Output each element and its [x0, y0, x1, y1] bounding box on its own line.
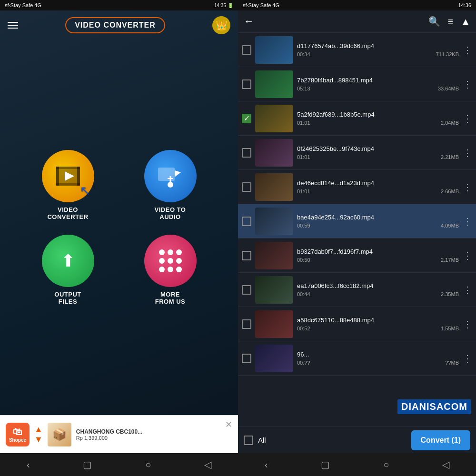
more-from-us-icon-circle	[144, 235, 197, 287]
time-right: 14:36	[458, 2, 471, 8]
file-item-10[interactable]: 96... 00:?? ??MB ⋮	[238, 341, 476, 376]
file-more-3[interactable]: ⋮	[463, 113, 472, 124]
file-item-4[interactable]: 0f24625325be...9f743c.mp4 01:01 2.21MB ⋮	[238, 136, 476, 170]
select-all-checkbox[interactable]	[244, 436, 253, 445]
menu-item-video-to-audio[interactable]: VIDEO TOAUDIO	[126, 150, 214, 220]
file-meta-10: 00:?? ??MB	[297, 360, 459, 366]
file-item-7[interactable]: b9327dab0f7...fd196f7.mp4 00:50 2.17MB ⋮	[238, 238, 476, 273]
file-more-5[interactable]: ⋮	[463, 181, 472, 193]
file-checkbox-1[interactable]	[242, 45, 251, 55]
file-more-6[interactable]: ⋮	[463, 216, 472, 227]
file-size-8: 2.35MB	[441, 291, 459, 297]
file-more-2[interactable]: ⋮	[463, 79, 472, 90]
nav-back2-icon-left[interactable]: ◁	[204, 459, 211, 470]
file-item-5[interactable]: de46ecd814e...d1a23d.mp4 01:01 2.66MB ⋮	[238, 170, 476, 204]
file-more-9[interactable]: ⋮	[463, 318, 472, 330]
file-more-1[interactable]: ⋮	[463, 44, 472, 56]
left-panel: sf·Stay Safe 4G 14:35 🔋 VIDEO CONVERTER …	[0, 0, 238, 476]
file-size-2: 33.64MB	[438, 86, 459, 91]
file-checkbox-10[interactable]	[242, 354, 251, 363]
file-name-10: 96...	[297, 351, 459, 358]
search-icon[interactable]: 🔍	[428, 16, 440, 27]
file-checkbox-4[interactable]	[242, 148, 251, 158]
svg-rect-1	[56, 167, 59, 186]
ad-close-button[interactable]: ✕	[225, 419, 232, 430]
svg-marker-7	[175, 170, 181, 177]
output-files-icon-circle: ⬆	[42, 235, 94, 287]
file-item-1[interactable]: d11776574ab...39dc66.mp4 00:34 711.32KB …	[238, 33, 476, 67]
nav-recents-icon-right[interactable]: ○	[383, 459, 389, 470]
nav-back-icon-right[interactable]: ‹	[265, 459, 268, 470]
file-duration-8: 00:44	[297, 291, 310, 297]
file-item-9[interactable]: a58dc675110...88e488.mp4 00:52 1.55MB ⋮	[238, 307, 476, 341]
convert-button[interactable]: Convert (1)	[411, 430, 470, 450]
file-size-5: 2.66MB	[441, 188, 459, 194]
file-info-5: de46ecd814e...d1a23d.mp4 01:01 2.66MB	[297, 179, 459, 194]
menu-item-more-from-us[interactable]: MOREFROM US	[126, 235, 214, 305]
file-meta-1: 00:34 711.32KB	[297, 51, 459, 57]
nav-home-icon-left[interactable]: ▢	[83, 459, 92, 470]
file-checkbox-5[interactable]	[242, 182, 251, 192]
file-duration-3: 01:01	[297, 120, 310, 126]
file-duration-5: 01:01	[297, 188, 310, 194]
sort-icon[interactable]: ▲	[461, 16, 470, 27]
file-meta-8: 00:44 2.35MB	[297, 291, 459, 297]
file-checkbox-2[interactable]	[242, 79, 251, 89]
video-converter-label: VIDEOCONVERTER	[47, 206, 88, 220]
crown-button[interactable]: 👑	[212, 16, 230, 34]
file-more-4[interactable]: ⋮	[463, 147, 472, 159]
file-checkbox-9[interactable]	[242, 319, 251, 329]
file-info-4: 0f24625325be...9f743c.mp4 01:01 2.21MB	[297, 145, 459, 160]
file-name-7: b9327dab0f7...fd196f7.mp4	[297, 248, 459, 255]
app-title: VIDEO CONVERTER	[65, 17, 165, 33]
nav-home-icon-right[interactable]: ▢	[321, 459, 330, 470]
menu-item-output-files[interactable]: ⬆ OUTPUTFILES	[24, 235, 112, 305]
video-to-audio-icon-circle	[144, 150, 197, 202]
file-checkbox-3[interactable]: ✓	[242, 114, 251, 123]
file-more-10[interactable]: ⋮	[463, 353, 472, 364]
file-meta-9: 00:52 1.55MB	[297, 326, 459, 331]
file-item-8[interactable]: ea17a006fc3...f6cc182.mp4 00:44 2.35MB ⋮	[238, 273, 476, 307]
shopee-logo: 🛍 Shopee	[6, 423, 30, 446]
nav-back-icon-left[interactable]: ‹	[27, 459, 30, 470]
file-list: d11776574ab...39dc66.mp4 00:34 711.32KB …	[238, 33, 476, 426]
output-files-label: OUTPUTFILES	[54, 291, 81, 305]
svg-rect-3	[56, 167, 80, 169]
filter-icon[interactable]: ≡	[448, 16, 454, 27]
file-checkbox-7[interactable]	[242, 251, 251, 260]
file-name-2: 7b2780f4bad...898451.mp4	[297, 77, 459, 84]
file-more-8[interactable]: ⋮	[463, 284, 472, 296]
upload-arrow-icon: ⬆	[61, 251, 75, 271]
file-duration-4: 01:01	[297, 154, 310, 160]
file-item-3[interactable]: ✓ 5a2fd92af689...1b8b5e.mp4 01:01 2.04MB…	[238, 101, 476, 136]
file-item-6[interactable]: bae4a94e254...92ac60.mp4 00:59 4.09MB ⋮	[238, 204, 476, 238]
ad-title: CHANGHONG CBC100...	[76, 428, 220, 435]
file-thumbnail-5	[255, 173, 293, 201]
back-button[interactable]: ←	[244, 15, 254, 28]
file-item-2[interactable]: 7b2780f4bad...898451.mp4 05:13 33.64MB ⋮	[238, 67, 476, 101]
file-thumbnail-1	[255, 36, 293, 64]
ad-banner-left[interactable]: 🛍 Shopee ▲ ▼ 📦 CHANGHONG CBC100... Rp 1,…	[0, 415, 238, 453]
status-bar-left: sf·Stay Safe 4G 14:35 🔋	[0, 0, 238, 10]
file-duration-6: 00:59	[297, 223, 310, 228]
file-name-3: 5a2fd92af689...1b8b5e.mp4	[297, 111, 459, 118]
file-thumbnail-4	[255, 139, 293, 167]
header-actions: 🔍 ≡ ▲	[428, 16, 470, 27]
ad-text-block: CHANGHONG CBC100... Rp 1,399,000	[76, 428, 220, 441]
file-meta-6: 00:59 4.09MB	[297, 223, 459, 228]
file-checkbox-6[interactable]	[242, 217, 251, 226]
file-thumbnail-10	[255, 345, 293, 372]
nav-back2-icon-right[interactable]: ◁	[442, 459, 449, 470]
file-checkbox-8[interactable]	[242, 285, 251, 295]
nav-recents-icon-left[interactable]: ○	[145, 459, 151, 470]
network-label: sf·Stay Safe 4G	[5, 2, 41, 8]
file-thumbnail-6	[255, 208, 293, 235]
menu-button[interactable]	[8, 22, 18, 29]
file-duration-2: 05:13	[297, 86, 310, 91]
file-more-7[interactable]: ⋮	[463, 250, 472, 261]
file-info-7: b9327dab0f7...fd196f7.mp4 00:50 2.17MB	[297, 248, 459, 263]
status-bar-right: sf·Stay Safe 4G 14:36	[238, 0, 476, 10]
file-info-2: 7b2780f4bad...898451.mp4 05:13 33.64MB	[297, 77, 459, 91]
menu-item-video-converter[interactable]: ↖ VIDEOCONVERTER	[24, 150, 112, 220]
file-thumbnail-2	[255, 70, 293, 98]
